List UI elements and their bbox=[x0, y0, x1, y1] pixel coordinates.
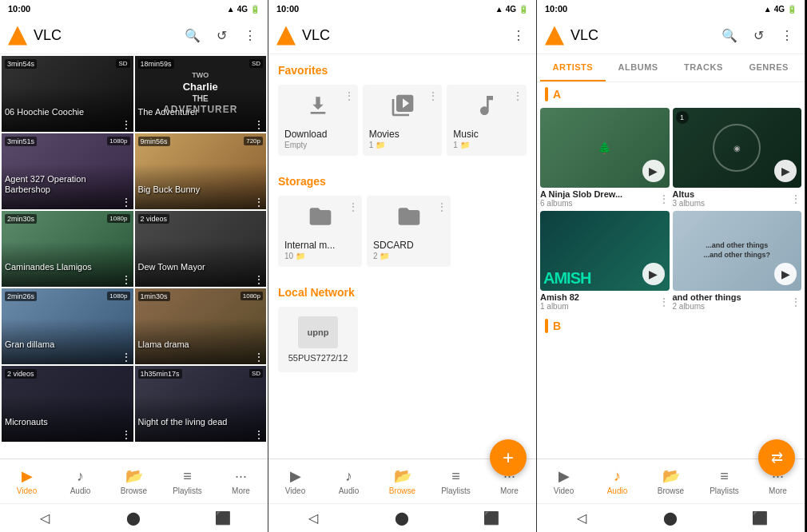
more-vert-icon-2[interactable]: ⋮ bbox=[509, 26, 528, 46]
audio-nav-icon-2: ♪ bbox=[345, 468, 352, 485]
letter-a: A bbox=[553, 88, 561, 101]
recents-btn-2[interactable]: ⬛ bbox=[480, 507, 503, 530]
nav-video-2[interactable]: ▶ Video bbox=[268, 459, 322, 503]
more-icon-7[interactable]: ⋮ bbox=[121, 351, 132, 363]
back-btn-3[interactable]: ◁ bbox=[570, 507, 593, 530]
more-icon-9[interactable]: ⋮ bbox=[121, 429, 132, 440]
tab-tracks-label: TRACKS bbox=[684, 62, 723, 72]
time-2: 10:00 bbox=[276, 4, 299, 14]
nav-audio-2[interactable]: ♪ Audio bbox=[322, 459, 376, 503]
nav-playlists-3[interactable]: ≡ Playlists bbox=[698, 459, 751, 503]
more-icon-8[interactable]: ⋮ bbox=[253, 351, 264, 363]
upnp-card[interactable]: upnp 55PUS7272/12 bbox=[278, 307, 358, 372]
history-icon[interactable]: ↺ bbox=[212, 26, 231, 46]
app-bar-icons-3: 🔍 ↺ ⋮ bbox=[720, 26, 797, 46]
nav-browse-1[interactable]: 📂 Browse bbox=[107, 459, 161, 503]
duration-9: 2 videos bbox=[5, 369, 37, 379]
artist-other[interactable]: ...and other things...and other things? … bbox=[673, 211, 802, 311]
battery-icon-1: 🔋 bbox=[250, 5, 260, 14]
more-vert-icon-3[interactable]: ⋮ bbox=[777, 26, 797, 46]
video-item-5[interactable]: 2min30s 1080p Caminandes Llamigos ⋮ bbox=[2, 211, 133, 287]
title-9: Micronauts bbox=[5, 417, 119, 427]
video-item-1[interactable]: 3min54s SD 06 Hoochie Coochie ⋮ bbox=[2, 56, 133, 132]
home-btn-2[interactable]: ⬤ bbox=[391, 507, 413, 530]
more-icon-5[interactable]: ⋮ bbox=[121, 274, 132, 285]
video-nav-icon-3: ▶ bbox=[559, 467, 570, 485]
time-3: 10:00 bbox=[545, 4, 567, 14]
more-icon-2[interactable]: ⋮ bbox=[253, 119, 264, 130]
ninja-more-icon[interactable]: ⋮ bbox=[658, 193, 670, 205]
video-item-4[interactable]: 9min56s 720p Big Buck Bunny ⋮ bbox=[135, 133, 267, 209]
more-icon-1[interactable]: ⋮ bbox=[121, 119, 132, 130]
nav-browse-2[interactable]: 📂 Browse bbox=[376, 459, 429, 503]
nav-audio-label-3: Audio bbox=[607, 486, 628, 495]
internal-card[interactable]: Internal m... 10 📁 ⋮ bbox=[278, 196, 362, 267]
duration-7: 2min26s bbox=[5, 292, 37, 301]
download-more-icon[interactable]: ⋮ bbox=[344, 89, 355, 102]
more-icon-10[interactable]: ⋮ bbox=[253, 429, 264, 440]
altus-more-icon[interactable]: ⋮ bbox=[790, 193, 801, 205]
artist-ninja[interactable]: 🌲 ▶ A Ninja Slob Drew... 6 albums ⋮ bbox=[540, 108, 670, 208]
video-item-9[interactable]: 2 videos Micronauts ⋮ bbox=[2, 366, 133, 442]
video-item-3[interactable]: 3min51s 1080p Agent 327 Operation Barber… bbox=[2, 133, 133, 209]
tab-tracks[interactable]: TRACKS bbox=[671, 54, 737, 81]
nav-more-1[interactable]: ··· More bbox=[214, 459, 268, 503]
more-icon-3[interactable]: ⋮ bbox=[121, 197, 132, 208]
tab-artists[interactable]: ARTISTS bbox=[540, 54, 606, 81]
nav-audio-3[interactable]: ♪ Audio bbox=[590, 459, 644, 503]
browse-nav-icon-3: 📂 bbox=[662, 467, 680, 485]
altus-name: Altus bbox=[673, 189, 706, 199]
video-item-6[interactable]: 2 videos Dew Town Mayor ⋮ bbox=[135, 211, 267, 287]
wifi-icon-2: ▲ bbox=[495, 5, 503, 14]
video-item-2[interactable]: TWO Charlie THE ADVENTURER 18min59s SD T… bbox=[135, 56, 267, 132]
altus-play-btn[interactable]: ▶ bbox=[774, 160, 797, 182]
nav-video-1[interactable]: ▶ Video bbox=[0, 459, 54, 503]
nav-audio-1[interactable]: ♪ Audio bbox=[54, 459, 107, 503]
search-icon-3[interactable]: 🔍 bbox=[720, 26, 739, 46]
music-card[interactable]: Music 1 📁 ⋮ bbox=[447, 85, 527, 156]
back-btn-1[interactable]: ◁ bbox=[34, 507, 56, 530]
nav-video-3[interactable]: ▶ Video bbox=[537, 459, 590, 503]
video-item-10[interactable]: 1h35min17s SD Night of the living dead ⋮ bbox=[135, 366, 267, 442]
video-item-7[interactable]: 2min26s 1080p Gran dillama ⋮ bbox=[2, 288, 133, 364]
more-icon-6[interactable]: ⋮ bbox=[253, 274, 264, 285]
back-btn-2[interactable]: ◁ bbox=[302, 507, 324, 530]
internal-more-icon[interactable]: ⋮ bbox=[348, 200, 359, 213]
amish-play-btn[interactable]: ▶ bbox=[642, 263, 665, 285]
ninja-play-btn[interactable]: ▶ bbox=[642, 160, 665, 182]
fab-button[interactable]: + bbox=[490, 439, 527, 476]
nav-playlists-2[interactable]: ≡ Playlists bbox=[429, 459, 483, 503]
artist-amish[interactable]: AMISH ▶ Amish 82 1 album ⋮ bbox=[540, 211, 670, 311]
local-network-row: upnp 55PUS7272/12 bbox=[278, 307, 527, 372]
music-more-icon[interactable]: ⋮ bbox=[512, 89, 523, 102]
sdcard-more-icon[interactable]: ⋮ bbox=[436, 200, 447, 213]
status-bar-3: 10:00 ▲ 4G 🔋 bbox=[537, 0, 805, 18]
other-play-btn[interactable]: ▶ bbox=[774, 263, 797, 285]
other-more-icon[interactable]: ⋮ bbox=[790, 296, 801, 308]
video-item-8[interactable]: 1min30s 1080p Llama drama ⋮ bbox=[135, 288, 267, 364]
movies-card[interactable]: Movies 1 📁 ⋮ bbox=[363, 85, 443, 156]
status-icons-2: ▲ 4G 🔋 bbox=[495, 5, 528, 14]
fab-icon: + bbox=[503, 447, 514, 469]
more-vert-icon[interactable]: ⋮ bbox=[241, 26, 260, 46]
tab-genres[interactable]: GENRES bbox=[736, 54, 801, 81]
history-icon-3[interactable]: ↺ bbox=[749, 26, 768, 46]
recents-btn-3[interactable]: ⬛ bbox=[749, 507, 771, 530]
home-btn-1[interactable]: ⬤ bbox=[122, 507, 145, 530]
upnp-icon: upnp bbox=[298, 316, 338, 348]
movies-more-icon[interactable]: ⋮ bbox=[427, 89, 439, 102]
recents-btn-1[interactable]: ⬛ bbox=[212, 507, 234, 530]
more-icon-4[interactable]: ⋮ bbox=[253, 197, 264, 208]
nav-browse-3[interactable]: 📂 Browse bbox=[644, 459, 698, 503]
sdcard-card[interactable]: SDCARD 2 📁 ⋮ bbox=[367, 196, 451, 267]
home-btn-3[interactable]: ⬤ bbox=[659, 507, 682, 530]
shuffle-button[interactable]: ⇄ bbox=[758, 439, 795, 476]
download-card[interactable]: Download Empty ⋮ bbox=[278, 85, 358, 156]
letter-bar-b bbox=[545, 319, 548, 333]
tab-albums[interactable]: ALBUMS bbox=[606, 54, 671, 81]
music-sub: 1 📁 bbox=[453, 141, 469, 149]
search-icon[interactable]: 🔍 bbox=[183, 26, 202, 46]
artist-altus[interactable]: ◉ 1 ▶ Altus 3 albums ⋮ bbox=[673, 108, 802, 208]
nav-playlists-1[interactable]: ≡ Playlists bbox=[161, 459, 214, 503]
amish-more-icon[interactable]: ⋮ bbox=[658, 296, 670, 308]
